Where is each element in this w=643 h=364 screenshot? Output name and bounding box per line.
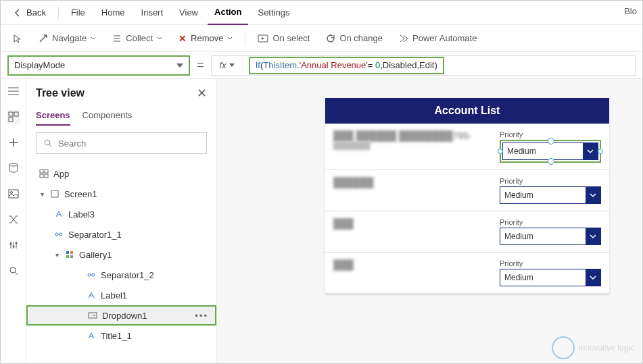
hamburger-icon[interactable] <box>7 84 20 98</box>
property-dropdown[interactable]: DisplayMode <box>7 55 190 76</box>
gallery-icon <box>64 249 75 260</box>
formula-bar[interactable]: fx If(ThisItem.'Annual Revenue'= 0,Disab… <box>211 55 636 76</box>
tab-components[interactable]: Components <box>82 106 133 126</box>
tree-title: Tree view <box>36 87 85 99</box>
fx-label[interactable]: fx <box>212 56 243 75</box>
canvas[interactable]: Account List ███ ██████ ████████795- ███… <box>217 79 642 363</box>
close-icon[interactable]: ✕ <box>197 86 207 101</box>
chevron-down-icon <box>586 269 600 286</box>
watermark-logo: innovative logic <box>552 336 634 359</box>
priority-dropdown[interactable]: Medium <box>502 142 598 160</box>
app-icon <box>39 168 49 179</box>
search-icon[interactable] <box>7 264 20 278</box>
tree-screen1-label: Screen1 <box>64 189 97 199</box>
menu-insert[interactable]: Insert <box>135 1 170 25</box>
property-value: DisplayMode <box>14 60 65 70</box>
chevron-down-icon <box>176 63 183 68</box>
menu-file[interactable]: File <box>64 1 92 25</box>
priority-dropdown-wrap: Medium <box>500 269 601 286</box>
tree-title11[interactable]: Title1_1 <box>26 326 216 346</box>
tree-label1[interactable]: Label1 <box>26 285 216 305</box>
tree-dropdown1[interactable]: Dropdown1 ••• <box>26 305 216 326</box>
row-subtitle: ███████ <box>333 141 493 149</box>
tree-label3-label: Label3 <box>68 209 95 219</box>
svg-point-9 <box>15 242 17 244</box>
chevron-down-icon[interactable]: ▾ <box>39 190 45 198</box>
svg-rect-14 <box>40 174 43 178</box>
priority-label: Priority <box>500 218 601 226</box>
onselect-label: On select <box>272 33 310 43</box>
svg-point-10 <box>10 267 16 273</box>
row-title: ███ <box>333 218 493 229</box>
variables-icon[interactable] <box>7 213 20 226</box>
list-item[interactable]: ███ Priority Medium <box>325 253 609 294</box>
media-icon[interactable] <box>7 187 20 201</box>
list-item[interactable]: ██████ Priority Medium <box>325 170 609 211</box>
priority-dropdown-wrap: Medium <box>500 140 601 163</box>
row-title: ███ ██████ ████████795- <box>333 130 493 141</box>
priority-label: Priority <box>500 177 601 185</box>
onchange-button[interactable]: On change <box>319 25 389 52</box>
menu-action[interactable]: Action <box>208 1 248 25</box>
main-area: Tree view ✕ Screens Components App ▾ Scr… <box>1 79 642 363</box>
ribbon-bar: Navigate Collect ✕ Remove On select On c… <box>1 25 642 52</box>
tab-screens[interactable]: Screens <box>36 106 70 126</box>
priority-dropdown-wrap: Medium <box>500 186 601 204</box>
fx-icon: fx <box>220 60 227 70</box>
power-automate-button[interactable]: Power Automate <box>392 25 483 52</box>
tree-label3[interactable]: Label3 <box>26 204 216 224</box>
tree-app[interactable]: App <box>26 163 216 184</box>
collect-button[interactable]: Collect <box>105 25 169 52</box>
tree-sep11-label: Separator1_1 <box>68 230 122 240</box>
priority-dropdown[interactable]: Medium <box>500 186 601 204</box>
tree-search[interactable] <box>36 132 207 154</box>
data-icon[interactable] <box>7 161 20 175</box>
list-item[interactable]: ███ Priority Medium <box>325 211 609 253</box>
priority-dropdown[interactable]: Medium <box>500 228 601 245</box>
row-left: ███ <box>333 259 493 270</box>
onselect-button[interactable]: On select <box>251 25 316 52</box>
priority-value: Medium <box>504 232 533 241</box>
tree-separator11[interactable]: Separator1_1 <box>26 224 216 244</box>
back-button[interactable]: Back <box>6 7 53 18</box>
chevron-down-icon[interactable]: ▾ <box>53 251 60 259</box>
menu-settings[interactable]: Settings <box>251 1 296 25</box>
tree-view-icon[interactable] <box>7 110 20 124</box>
row-left: ███ <box>333 218 493 229</box>
row-title: ██████ <box>333 177 493 188</box>
x-icon: ✕ <box>178 33 187 44</box>
menu-view[interactable]: View <box>172 1 205 25</box>
navigate-button[interactable]: Navigate <box>32 25 103 52</box>
formula-num: 0 <box>375 60 380 70</box>
priority-dropdown[interactable]: Medium <box>500 269 601 286</box>
chevron-down-icon <box>157 36 162 41</box>
collect-label: Collect <box>126 33 153 43</box>
search-icon <box>43 138 53 148</box>
insert-icon[interactable] <box>7 136 20 149</box>
label-icon <box>86 290 97 301</box>
menu-home[interactable]: Home <box>95 1 132 25</box>
list-item[interactable]: ███ ██████ ████████795- ███████ Priority… <box>325 124 609 170</box>
remove-button[interactable]: ✕ Remove <box>172 25 239 52</box>
app-preview: Account List ███ ██████ ████████795- ███… <box>325 98 609 294</box>
ribbon-divider <box>245 31 245 46</box>
arrow-left-icon <box>13 8 22 18</box>
tree-separator12[interactable]: Separator1_2 <box>26 265 216 285</box>
advanced-tools-icon[interactable] <box>7 238 20 252</box>
formula-content[interactable]: If(ThisItem.'Annual Revenue'= 0,Disabled… <box>249 57 444 74</box>
tree-screen1[interactable]: ▾ Screen1 <box>26 184 216 204</box>
formula-rest: ,Disabled,Edit) <box>380 60 437 70</box>
chevron-down-icon <box>586 228 600 244</box>
top-menu-bar: Back File Home Insert View Action Settin… <box>1 1 642 25</box>
row-title: ███ <box>333 259 493 270</box>
tree-gallery1[interactable]: ▾ Gallery1 <box>26 244 216 265</box>
svg-point-18 <box>59 233 62 236</box>
svg-point-24 <box>92 274 95 276</box>
tree-search-input[interactable] <box>58 138 199 149</box>
onchange-label: On change <box>339 33 383 43</box>
tree-gallery1-label: Gallery1 <box>79 250 112 260</box>
row-left: ██████ <box>333 177 493 188</box>
more-icon[interactable]: ••• <box>195 311 208 321</box>
formula-prop: 'Annual Revenue' <box>300 60 368 70</box>
pointer-tool[interactable] <box>6 25 29 52</box>
